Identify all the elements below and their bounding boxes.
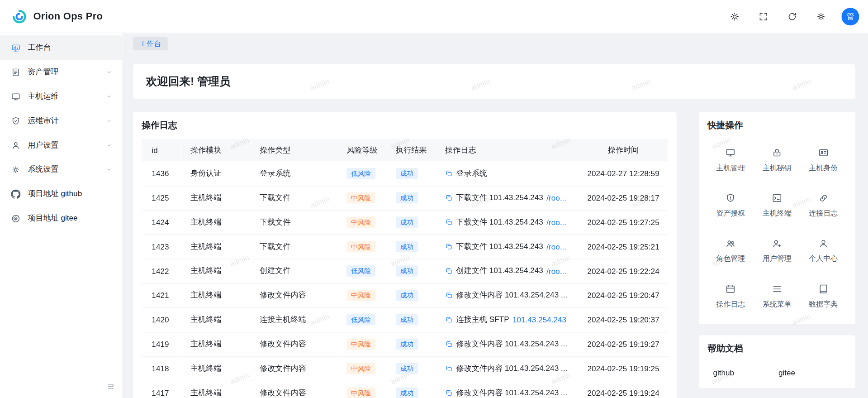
log-message-cell: 下载文件 101.43.254.243 /roo... [436,186,579,210]
copy-icon[interactable] [445,267,453,275]
quick-action-label: 个人中心 [809,254,838,264]
help-link-gitee[interactable]: gitee [778,368,795,377]
log-id-cell: 1420 [142,307,181,332]
column-header: 执行结果 [387,139,436,161]
log-time-cell: 2024-02-25 19:19:24 [579,381,668,398]
tab-workbench[interactable]: 工作台 [133,37,168,50]
quick-action-host-terminal[interactable]: 主机终端 [754,185,800,227]
log-type-cell: 下载文件 [251,186,337,210]
table-body: 1436身份认证登录系统低风险成功登录系统2024-02-27 12:28:59… [142,161,668,398]
column-header: 操作模块 [181,139,251,161]
log-type-cell: 修改文件内容 [251,356,337,381]
quick-action-system-menu[interactable]: 系统菜单 [754,275,800,317]
result-badge: 成功 [396,265,418,276]
risk-badge: 中风险 [346,192,375,203]
quick-action-host-keys[interactable]: 主机秘钥 [754,139,800,181]
copy-icon[interactable] [445,194,453,201]
copy-icon[interactable] [445,364,453,372]
copy-icon[interactable] [445,243,453,250]
copy-icon[interactable] [445,340,453,348]
sidebar-item-host-ops[interactable]: 主机运维 [0,84,122,109]
copy-icon[interactable] [445,292,453,299]
sidebar-item-label: 项目地址 gitee [28,213,77,223]
log-message-cell: 修改文件内容 101.43.254.243 ... [436,381,579,398]
quick-actions-grid: 主机管理主机秘钥主机身份资产授权主机终端连接日志角色管理用户管理个人中心操作日志… [707,139,846,317]
log-risk-cell: 低风险 [338,307,387,332]
log-id-cell: 1418 [142,356,181,381]
log-module-cell: 主机终端 [181,307,251,332]
copy-icon[interactable] [445,218,453,226]
log-link[interactable]: /roo... [546,267,566,276]
table-row: 1436身份认证登录系统低风险成功登录系统2024-02-27 12:28:59 [142,161,668,186]
table-row: 1424主机终端下载文件中风险成功下载文件 101.43.254.243 /ro… [142,210,668,235]
quick-action-label: 资产授权 [716,208,745,218]
log-time-cell: 2024-02-27 12:28:59 [579,161,668,186]
log-time-cell: 2024-02-25 19:20:37 [579,307,668,332]
quick-action-operation-logs[interactable]: 操作日志 [707,275,754,317]
right-column: 快捷操作 主机管理主机秘钥主机身份资产授权主机终端连接日志角色管理用户管理个人中… [699,112,855,388]
copy-icon[interactable] [445,169,453,177]
quick-action-user-management[interactable]: 用户管理 [754,230,800,272]
table-row: 1419主机终端修改文件内容中风险成功修改文件内容 101.43.254.243… [142,332,668,356]
quick-action-label: 操作日志 [716,299,745,309]
log-time-cell: 2024-02-25 19:20:47 [579,283,668,307]
table-row: 1422主机终端创建文件低风险成功创建文件 101.43.254.243 /ro… [142,259,668,283]
sidebar: 工作台资产管理主机运维运维审计用户设置系统设置项目地址 github项目地址 g… [0,33,123,398]
github-icon [11,189,20,199]
sidebar-item-project-github[interactable]: 项目地址 github [0,182,122,206]
log-result-cell: 成功 [387,235,436,259]
quick-action-role-management[interactable]: 角色管理 [707,230,754,272]
copy-icon[interactable] [445,316,453,324]
quick-action-data-dictionary[interactable]: 数据字典 [800,275,846,317]
log-risk-cell: 中风险 [338,283,387,307]
quick-action-personal-center[interactable]: 个人中心 [800,230,846,272]
app-header: Orion Ops Pro 管 [0,0,868,33]
log-type-cell: 修改文件内容 [251,381,337,398]
quick-action-host-identity[interactable]: 主机身份 [800,139,846,181]
log-link[interactable]: /roo... [546,218,566,227]
log-link[interactable]: /roo... [546,242,566,251]
risk-badge: 中风险 [346,388,375,398]
log-risk-cell: 低风险 [338,161,387,186]
log-risk-cell: 中风险 [338,186,387,210]
user-avatar[interactable]: 管 [841,8,859,25]
log-message-text: 下载文件 101.43.254.243 [456,193,543,203]
sidebar-collapse-button[interactable] [106,381,116,391]
sidebar-item-asset-management[interactable]: 资产管理 [0,60,122,84]
fullscreen-button[interactable] [755,8,772,25]
result-badge: 成功 [396,168,418,179]
sidebar-item-user-settings[interactable]: 用户设置 [0,133,122,158]
app-logo-icon [11,8,28,25]
log-link[interactable]: 101.43.254.243 [512,315,566,324]
log-module-cell: 身份认证 [181,161,251,186]
log-message-cell: 下载文件 101.43.254.243 /roo... [436,235,579,259]
quick-actions-card: 快捷操作 主机管理主机秘钥主机身份资产授权主机终端连接日志角色管理用户管理个人中… [699,112,855,324]
quick-action-host-management[interactable]: 主机管理 [707,139,754,181]
shield-icon [726,193,736,203]
sidebar-item-system-settings[interactable]: 系统设置 [0,158,122,182]
settings-button[interactable] [813,8,830,25]
header-actions: 管 [714,8,859,25]
log-module-cell: 主机终端 [181,186,251,210]
result-badge: 成功 [396,363,418,374]
help-link-github[interactable]: github [713,368,734,377]
sidebar-item-ops-audit[interactable]: 运维审计 [0,109,122,133]
sidebar-item-workbench[interactable]: 工作台 [0,35,122,60]
theme-toggle-button[interactable] [726,8,743,25]
column-header: 操作类型 [251,139,337,161]
log-id-cell: 1423 [142,235,181,259]
copy-icon[interactable] [445,389,453,397]
quick-action-asset-authorization[interactable]: 资产授权 [707,185,754,227]
log-message-cell: 下载文件 101.43.254.243 /roo... [436,210,579,235]
gitee-icon [11,214,20,223]
log-link[interactable]: /roo... [546,193,566,202]
log-time-cell: 2024-02-25 19:27:25 [579,210,668,235]
quick-action-label: 角色管理 [716,254,745,264]
refresh-button[interactable] [784,8,801,25]
log-risk-cell: 低风险 [338,259,387,283]
log-time-cell: 2024-02-25 19:28:17 [579,186,668,210]
audit-icon [11,116,20,125]
log-message-cell: 登录系统 [436,161,579,186]
sidebar-item-project-gitee[interactable]: 项目地址 gitee [0,206,122,230]
quick-action-connection-logs[interactable]: 连接日志 [800,185,846,227]
